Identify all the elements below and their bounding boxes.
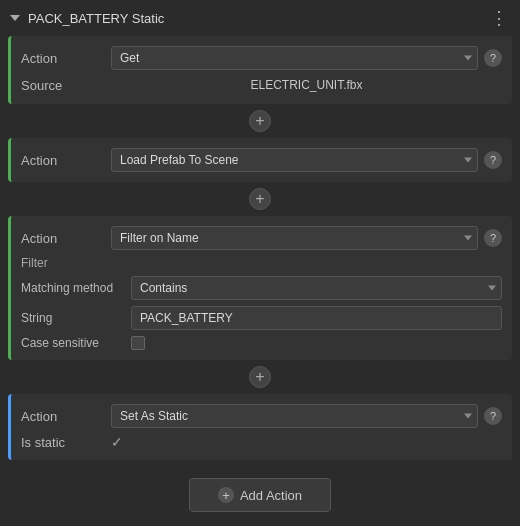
block-set-as-static: Action Get Load Prefab To Scene Filter o… bbox=[8, 394, 512, 460]
action-select-wrapper-1: Get Load Prefab To Scene Filter on Name … bbox=[111, 46, 478, 70]
matching-method-select[interactable]: Contains Equals StartsWith EndsWith bbox=[131, 276, 502, 300]
action-select-1[interactable]: Get Load Prefab To Scene Filter on Name … bbox=[111, 46, 478, 70]
action-row-static: Action Get Load Prefab To Scene Filter o… bbox=[21, 404, 502, 428]
filter-section: Filter Matching method Contains Equals S… bbox=[21, 256, 502, 350]
window: PACK_BATTERY Static ⋮ Action Get Load Pr… bbox=[0, 0, 520, 526]
action-select-4[interactable]: Get Load Prefab To Scene Filter on Name … bbox=[111, 404, 478, 428]
action-select-wrapper-4: Get Load Prefab To Scene Filter on Name … bbox=[111, 404, 478, 428]
string-input[interactable] bbox=[131, 306, 502, 330]
action-row-filter: Action Get Load Prefab To Scene Filter o… bbox=[21, 226, 502, 250]
action-row-load: Action Get Load Prefab To Scene Filter o… bbox=[21, 148, 502, 172]
action-label-3: Action bbox=[21, 231, 111, 246]
action-label-2: Action bbox=[21, 153, 111, 168]
content-area: Action Get Load Prefab To Scene Filter o… bbox=[0, 36, 520, 468]
add-between-3-button[interactable]: + bbox=[249, 366, 271, 388]
source-label: Source bbox=[21, 78, 111, 93]
action-select-wrapper-3: Get Load Prefab To Scene Filter on Name … bbox=[111, 226, 478, 250]
matching-method-row: Matching method Contains Equals StartsWi… bbox=[21, 276, 502, 300]
matching-method-label: Matching method bbox=[21, 281, 131, 295]
help-button-1[interactable]: ? bbox=[484, 49, 502, 67]
source-value: ELECTRIC_UNIT.fbx bbox=[111, 76, 502, 94]
case-sensitive-row: Case sensitive bbox=[21, 336, 502, 350]
action-select-wrapper-2: Get Load Prefab To Scene Filter on Name … bbox=[111, 148, 478, 172]
help-button-4[interactable]: ? bbox=[484, 407, 502, 425]
is-static-label: Is static bbox=[21, 435, 111, 450]
plus-divider-3: + bbox=[8, 366, 512, 388]
plus-divider-2: + bbox=[8, 188, 512, 210]
is-static-checkmark[interactable]: ✓ bbox=[111, 434, 123, 450]
add-between-2-button[interactable]: + bbox=[249, 188, 271, 210]
action-select-2[interactable]: Get Load Prefab To Scene Filter on Name … bbox=[111, 148, 478, 172]
menu-icon[interactable]: ⋮ bbox=[490, 7, 510, 29]
add-between-1-button[interactable]: + bbox=[249, 110, 271, 132]
action-label-4: Action bbox=[21, 409, 111, 424]
action-row-get: Action Get Load Prefab To Scene Filter o… bbox=[21, 46, 502, 70]
matching-method-select-wrapper: Contains Equals StartsWith EndsWith bbox=[131, 276, 502, 300]
help-button-3[interactable]: ? bbox=[484, 229, 502, 247]
is-static-row: Is static ✓ bbox=[21, 434, 502, 450]
add-action-button[interactable]: + Add Action bbox=[189, 478, 331, 512]
string-label: String bbox=[21, 311, 131, 325]
help-button-2[interactable]: ? bbox=[484, 151, 502, 169]
action-select-3[interactable]: Get Load Prefab To Scene Filter on Name … bbox=[111, 226, 478, 250]
string-row: String bbox=[21, 306, 502, 330]
source-row: Source ELECTRIC_UNIT.fbx bbox=[21, 76, 502, 94]
case-sensitive-checkbox[interactable] bbox=[131, 336, 145, 350]
header-left: PACK_BATTERY Static bbox=[10, 11, 164, 26]
block-get: Action Get Load Prefab To Scene Filter o… bbox=[8, 36, 512, 104]
block-load-prefab: Action Get Load Prefab To Scene Filter o… bbox=[8, 138, 512, 182]
add-action-label: Add Action bbox=[240, 488, 302, 503]
case-sensitive-label: Case sensitive bbox=[21, 336, 131, 350]
chevron-down-icon[interactable] bbox=[10, 15, 20, 21]
window-title: PACK_BATTERY Static bbox=[28, 11, 164, 26]
filter-section-label: Filter bbox=[21, 256, 502, 270]
footer: + Add Action bbox=[0, 468, 520, 526]
plus-divider-1: + bbox=[8, 110, 512, 132]
add-action-plus-icon: + bbox=[218, 487, 234, 503]
header: PACK_BATTERY Static ⋮ bbox=[0, 0, 520, 36]
block-filter-on-name: Action Get Load Prefab To Scene Filter o… bbox=[8, 216, 512, 360]
action-label-1: Action bbox=[21, 51, 111, 66]
